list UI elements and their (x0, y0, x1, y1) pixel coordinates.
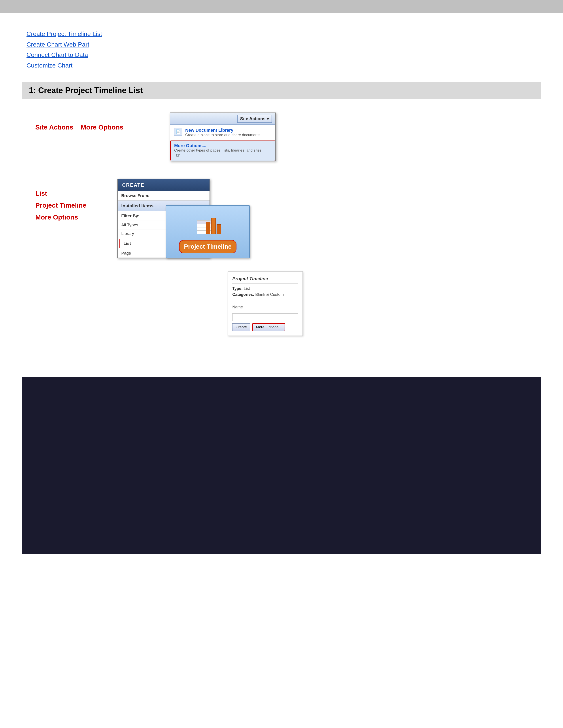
sa-menu-item-moreoptions[interactable]: More Options... Create other types of pa… (170, 141, 275, 161)
toc-section: Create Project Timeline List Create Char… (22, 29, 541, 71)
toc-link-1[interactable]: Create Project Timeline List (26, 29, 541, 39)
instruction-step-list: List (35, 188, 86, 199)
instruction-step-siteactions: Site Actions More Options (35, 121, 123, 133)
sa-menu-item-1-text: New Document Library Create a place to s… (185, 128, 261, 137)
instruction-step-pt: Project Timeline (35, 199, 86, 211)
instruction-text-step2: List Project Timeline More Options (22, 179, 86, 223)
toc-link-4[interactable]: Customize Chart (26, 60, 541, 71)
top-header-bar (0, 0, 563, 13)
pt-detail-box: Project Timeline Type: List Categories: … (227, 271, 303, 336)
pt-detail-name-label: Name (232, 305, 298, 310)
pt-icon (194, 212, 221, 234)
pt-create-button[interactable]: Create (232, 323, 250, 331)
project-timeline-box: Project Timeline (166, 205, 250, 258)
main-content: Create Project Timeline List Create Char… (0, 20, 563, 563)
pt-detail-buttons: Create More Options... (232, 323, 298, 331)
toc-link-3[interactable]: Connect Chart to Data (26, 50, 541, 60)
instruction-step-moreoptions2: More Options (35, 211, 86, 223)
sa-menu-item-newdoc[interactable]: 📄 New Document Library Create a place to… (170, 125, 275, 141)
section1-body-step2: List Project Timeline More Options CREAT… (22, 179, 541, 377)
pt-detail-title: Project Timeline (232, 276, 298, 284)
pt-more-options-button[interactable]: More Options... (252, 323, 285, 331)
dark-bg-block (22, 377, 541, 554)
toc-link-2[interactable]: Create Chart Web Part (26, 39, 541, 50)
screenshot-siteactions: Site Actions ▾ 📄 New Document Library Cr… (170, 113, 276, 161)
create-browse-from: Browse From: (118, 191, 209, 201)
pt-detail-type: Type: List (232, 286, 298, 291)
instruction-text-step1: Site Actions More Options (22, 113, 123, 133)
new-doc-icon: 📄 (174, 128, 182, 136)
create-area: CREATE Browse From: Installed Items › Fi… (100, 179, 298, 377)
pt-icon-box: Project Timeline (166, 205, 250, 258)
pt-detail-categories: Categories: Blank & Custom (232, 292, 298, 297)
pt-name-input[interactable] (232, 313, 298, 321)
pt-detail-panel: Project Timeline Type: List Categories: … (210, 276, 303, 336)
section1-header: 1: Create Project Timeline List (22, 82, 541, 99)
sa-header-bar: Site Actions ▾ (170, 113, 275, 125)
sa-menu-item-2-text: More Options... Create other types of pa… (174, 143, 262, 158)
pt-label: Project Timeline (179, 240, 236, 253)
cursor-icon: ☞ (176, 153, 180, 158)
create-dialog-header: CREATE (118, 179, 209, 191)
screenshots-area-step1: Site Actions ▾ 📄 New Document Library Cr… (137, 113, 541, 161)
section1-body-step1: Site Actions More Options Site Actions ▾… (22, 113, 541, 161)
site-actions-button[interactable]: Site Actions ▾ (237, 115, 272, 123)
